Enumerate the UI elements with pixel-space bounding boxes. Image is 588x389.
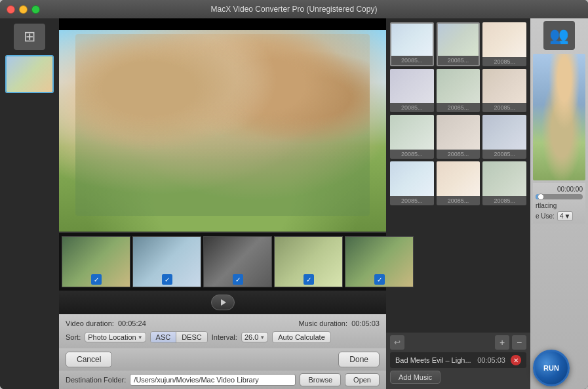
- thumb-name-7: 20085...: [448, 150, 469, 159]
- frame-check-1[interactable]: ✓: [91, 274, 102, 285]
- center-panel: ✓ ✓ ✓ ✓ ✓: [59, 18, 386, 389]
- main-window: MacX Video Converter Pro (Unregistered C…: [0, 0, 588, 389]
- interval-arrow: ▼: [260, 335, 265, 340]
- thumb-image-11: [482, 161, 526, 196]
- letterbox-top: [59, 18, 386, 30]
- open-button[interactable]: Open: [345, 373, 380, 386]
- nav-controls: + −: [495, 335, 526, 350]
- sort-select[interactable]: Photo Location ▼: [85, 332, 146, 342]
- playbar: [59, 291, 386, 314]
- thumb-image-8: [482, 115, 526, 150]
- cpu-select-arrow: ▼: [564, 213, 570, 220]
- video-thumbnail[interactable]: [5, 55, 54, 93]
- film-frame-3[interactable]: ✓: [203, 236, 272, 287]
- thumb-name-10: 20085...: [448, 196, 469, 205]
- sort-row: Sort: Photo Location ▼ ASC DESC Interval…: [66, 331, 380, 343]
- photo-thumb-10[interactable]: 20085...: [437, 161, 480, 205]
- add-media-button[interactable]: ⊞: [14, 24, 45, 50]
- interval-label: Interval:: [212, 333, 237, 341]
- thumb-name-11: 20085...: [494, 196, 515, 205]
- photo-thumb-1[interactable]: 20085...: [437, 22, 480, 66]
- play-button[interactable]: [211, 295, 235, 310]
- thumb-name-6: 20085...: [401, 150, 423, 159]
- controls-panel: Video duration: 00:05:24 Music duration:…: [59, 314, 386, 348]
- filmstrip-icon: ⊞: [24, 28, 35, 45]
- thumb-name-2: 20085...: [494, 57, 515, 66]
- thumb-image-2: [482, 22, 526, 57]
- photo-thumb-3[interactable]: 20085...: [390, 69, 434, 113]
- thumb-name-3: 20085...: [401, 103, 423, 112]
- photo-thumb-9[interactable]: 20085...: [390, 161, 434, 205]
- titlebar: MacX Video Converter Pro (Unregistered C…: [0, 0, 588, 18]
- nav-back-button[interactable]: ↩: [390, 335, 404, 350]
- avatar-icon: 👥: [543, 21, 575, 50]
- minimize-button[interactable]: [19, 5, 28, 14]
- cancel-button[interactable]: Cancel: [66, 352, 112, 367]
- close-button[interactable]: [7, 5, 15, 14]
- thumb-image-9: [390, 161, 434, 196]
- sort-order-group: ASC DESC: [150, 331, 208, 343]
- thumb-image-1: [438, 24, 479, 56]
- add-music-button[interactable]: Add Music: [390, 371, 441, 384]
- music-track-item: Bad Meets Evil – Ligh... 00:05:03 ✕: [390, 352, 526, 368]
- time-display: 00:00:00: [536, 186, 583, 193]
- avatar-icon-glyph: 👥: [549, 26, 569, 45]
- thumb-name-9: 20085...: [401, 196, 423, 205]
- film-frame-2[interactable]: ✓: [132, 236, 201, 287]
- asc-button[interactable]: ASC: [151, 332, 177, 342]
- photo-thumb-8[interactable]: 20085...: [482, 115, 526, 159]
- thumb-image-6: [390, 115, 434, 150]
- photo-thumb-5[interactable]: 20085...: [482, 69, 526, 113]
- music-duration: Music duration: 00:05:03: [298, 319, 380, 327]
- play-icon: [221, 299, 226, 306]
- desc-button[interactable]: DESC: [176, 332, 207, 342]
- progress-bar-thumb[interactable]: [538, 194, 544, 200]
- film-frame-5[interactable]: ✓: [345, 236, 414, 287]
- photo-thumb-6[interactable]: 20085...: [390, 115, 434, 159]
- video-frame: [59, 18, 386, 232]
- maximize-button[interactable]: [31, 5, 40, 14]
- frame-check-2[interactable]: ✓: [162, 274, 172, 285]
- music-remove-button[interactable]: ✕: [511, 355, 521, 365]
- nav-minus-button[interactable]: −: [512, 335, 526, 350]
- right-panel: 20085... 20085... 20085... 20085...: [386, 18, 530, 389]
- cpu-label: e Use:: [536, 213, 555, 220]
- deinterlace-label: rtlacing: [536, 202, 557, 209]
- frame-check-4[interactable]: ✓: [304, 274, 314, 285]
- run-button[interactable]: RUN: [533, 350, 570, 386]
- filmstrip: ✓ ✓ ✓ ✓ ✓: [59, 232, 386, 291]
- thumb-image-5: [482, 69, 526, 104]
- nav-bar: ↩ + −: [390, 335, 526, 350]
- photo-thumb-0[interactable]: 20085...: [390, 22, 434, 66]
- left-panel: ⊞: [0, 18, 59, 389]
- duration-row: Video duration: 00:05:24 Music duration:…: [66, 319, 380, 327]
- photo-thumb-2[interactable]: 20085...: [482, 22, 526, 66]
- window-title: MacX Video Converter Pro (Unregistered C…: [211, 5, 378, 14]
- done-button[interactable]: Done: [338, 352, 380, 367]
- destination-input[interactable]: [130, 374, 296, 386]
- thumb-image-7: [437, 115, 480, 150]
- film-frame-1[interactable]: ✓: [62, 236, 130, 287]
- frame-check-3[interactable]: ✓: [233, 274, 243, 285]
- thumb-image-3: [390, 69, 434, 104]
- auto-calculate-button[interactable]: Auto Calculate: [272, 331, 331, 343]
- cpu-select[interactable]: 4 ▼: [557, 211, 573, 221]
- action-bar: Cancel Done: [59, 348, 386, 371]
- photo-thumb-11[interactable]: 20085...: [482, 161, 526, 205]
- interval-select[interactable]: 26.0 ▼: [241, 332, 268, 342]
- thumb-image-4: [437, 69, 480, 104]
- thumb-name-1: 20085...: [448, 56, 469, 65]
- window-controls: [7, 5, 40, 14]
- photo-thumb-7[interactable]: 20085...: [437, 115, 480, 159]
- thumb-name-4: 20085...: [448, 103, 469, 112]
- main-content: ⊞ ✓ ✓: [0, 18, 588, 389]
- frame-check-5[interactable]: ✓: [374, 274, 385, 285]
- photo-thumb-4[interactable]: 20085...: [437, 69, 480, 113]
- film-frame-4[interactable]: ✓: [274, 236, 343, 287]
- progress-bar[interactable]: [536, 194, 583, 199]
- music-track-duration: 00:05:03: [477, 356, 505, 364]
- deinterlace-row: rtlacing: [536, 202, 583, 209]
- video-duration: Video duration: 00:05:24: [66, 319, 146, 327]
- browse-button[interactable]: Browse: [300, 373, 341, 386]
- nav-plus-button[interactable]: +: [495, 335, 509, 350]
